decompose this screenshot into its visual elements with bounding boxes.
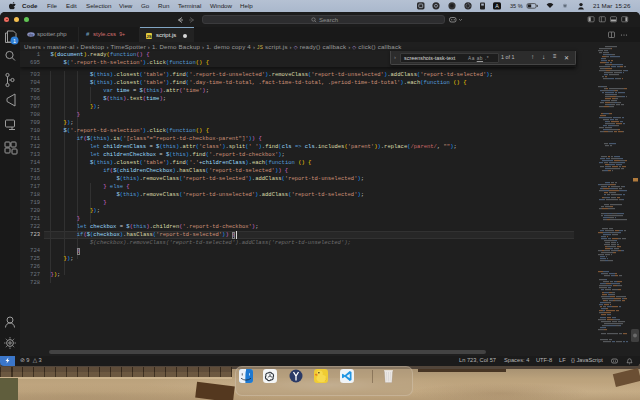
svg-text:35 %: 35 % [510, 3, 523, 9]
svg-text:php: php [29, 33, 34, 37]
svg-text:1: 1 [13, 38, 16, 44]
svg-text:A: A [495, 3, 499, 9]
